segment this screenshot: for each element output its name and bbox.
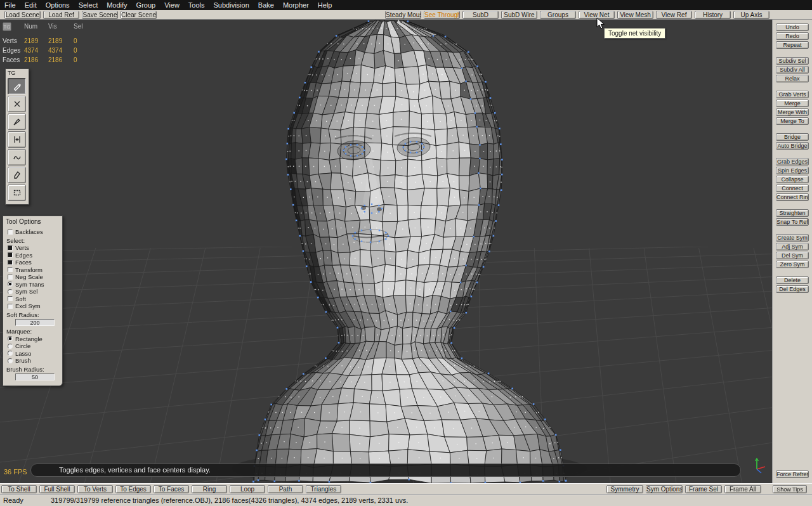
viewport-canvas[interactable]	[0, 20, 772, 483]
toolbar-button[interactable]: View Ref	[656, 11, 692, 19]
control-box[interactable]	[8, 296, 13, 301]
show-tips-button[interactable]: Show Tips	[773, 485, 807, 493]
faces-checkbox[interactable]: Faces	[6, 259, 60, 266]
neg-scale-checkbox[interactable]: Neg Scale	[6, 273, 60, 281]
brush-tool-button[interactable]	[8, 114, 26, 130]
action-button[interactable]: Spin Edges	[776, 167, 809, 174]
control-box[interactable]	[8, 275, 13, 280]
edges-checkbox[interactable]: Edges	[6, 252, 60, 259]
action-button[interactable]: Straighten	[776, 209, 809, 217]
control-box[interactable]	[8, 289, 13, 294]
action-button[interactable]: Collapse	[776, 176, 809, 183]
action-button[interactable]: Undo	[776, 23, 809, 31]
toolbar-button[interactable]: Full Shell	[39, 485, 75, 493]
toolbar-button[interactable]: Ring	[192, 485, 227, 493]
menu-item[interactable]: Tools	[184, 0, 209, 10]
toolbar-button[interactable]: Triangles	[306, 485, 341, 493]
action-button[interactable]: Bridge	[776, 133, 809, 141]
toolbar-button[interactable]: Load Ref	[43, 11, 79, 19]
lasso-radio[interactable]: Lasso	[6, 350, 60, 358]
toolbar-button[interactable]: Frame All	[724, 485, 761, 493]
toolbar-button[interactable]: To Edges	[115, 485, 151, 493]
control-box[interactable]	[8, 267, 13, 272]
toolbar-button[interactable]: Symmetry	[606, 485, 643, 493]
menu-item[interactable]: View	[160, 0, 184, 10]
action-button[interactable]: Adj Sym	[776, 243, 809, 250]
action-button[interactable]: Snap To Ref	[776, 218, 809, 226]
pen-tool-button[interactable]	[8, 167, 26, 183]
value-field[interactable]: 50	[15, 373, 55, 380]
marquee-select-tool-button[interactable]	[8, 185, 26, 201]
brush-radio[interactable]: Brush	[6, 357, 60, 365]
force-refresh-button[interactable]: Force Refresh	[776, 470, 809, 478]
action-button[interactable]: Redo	[776, 32, 809, 40]
control-box[interactable]	[8, 344, 13, 349]
action-button[interactable]: Grab Verts	[776, 91, 809, 98]
control-box[interactable]	[8, 245, 13, 250]
action-button[interactable]: Subdiv All	[776, 66, 809, 74]
draw-tool-button[interactable]	[8, 78, 26, 94]
action-button[interactable]: Auto Bridge	[776, 142, 809, 150]
toolbar-button[interactable]: To Faces	[154, 485, 189, 493]
action-button[interactable]: Merge With	[776, 108, 809, 116]
action-button[interactable]: Delete	[776, 276, 809, 284]
toolbar-button[interactable]: To Verts	[77, 485, 113, 493]
action-button[interactable]: Connect	[776, 185, 809, 192]
toolbar-button[interactable]: See Through	[424, 11, 460, 19]
viewport[interactable]	[0, 20, 772, 483]
control-box[interactable]	[8, 230, 13, 235]
action-button[interactable]: Del Edges	[776, 285, 809, 293]
toolbar-button[interactable]: Save Scene	[82, 11, 118, 19]
toolbar-button[interactable]: Up Axis	[733, 11, 769, 19]
action-button[interactable]: Create Sym	[776, 234, 809, 242]
backfaces-checkbox[interactable]: Backfaces	[6, 228, 60, 236]
action-button[interactable]: Relax	[776, 75, 809, 82]
delete-tool-button[interactable]	[8, 96, 26, 112]
action-button[interactable]: Merge To	[776, 117, 809, 125]
tool-palette-title[interactable]: TG	[6, 69, 29, 77]
action-button[interactable]: Connect Ring	[776, 193, 809, 201]
rectangle-radio[interactable]: Rectangle	[6, 335, 60, 343]
toolbar-button[interactable]: Load Scene	[4, 11, 41, 19]
toolbar-button[interactable]: SubD Wire	[501, 11, 537, 19]
control-box[interactable]	[8, 358, 13, 363]
menu-item[interactable]: Subdivision	[209, 0, 254, 10]
action-button[interactable]: Del Sym	[776, 252, 809, 259]
toolbar-button[interactable]: View Mesh	[617, 11, 653, 19]
control-box[interactable]	[8, 351, 13, 356]
tool-options-title[interactable]: Tool Options	[6, 218, 60, 225]
soft-radius-input[interactable]: 200	[6, 318, 60, 327]
toolbar-button[interactable]: Groups	[540, 11, 576, 19]
transform-checkbox[interactable]: Transform	[6, 266, 60, 274]
menu-item[interactable]: Morpher	[278, 0, 313, 10]
menu-item[interactable]: File	[0, 0, 20, 10]
control-box[interactable]	[8, 260, 13, 265]
control-box[interactable]	[8, 282, 13, 287]
menu-item[interactable]: Options	[41, 0, 74, 10]
brush-radius-input[interactable]: 50	[6, 373, 60, 381]
action-button[interactable]: Grab Edges	[776, 158, 809, 165]
action-button[interactable]: Repeat	[776, 41, 809, 49]
toolbar-button[interactable]: Steady Mouse	[385, 11, 421, 19]
toolbar-button[interactable]: Loop	[230, 485, 265, 493]
sym-trans-radio[interactable]: Sym Trans	[6, 281, 60, 289]
action-button[interactable]: Merge	[776, 100, 809, 107]
menu-item[interactable]: Help	[313, 0, 337, 10]
menu-item[interactable]: Group	[132, 0, 160, 10]
toolbar-button[interactable]: Path	[268, 485, 303, 493]
toolbar-button[interactable]: Frame Sel	[685, 485, 722, 493]
verts-checkbox[interactable]: Verts	[6, 244, 60, 252]
toolbar-button[interactable]: Clear Scene	[121, 11, 157, 19]
toolbar-button[interactable]: To Shell	[1, 485, 37, 493]
toolbar-button[interactable]: Sym Options	[646, 485, 683, 493]
menu-item[interactable]: Modify	[102, 0, 131, 10]
soft-checkbox[interactable]: Soft	[6, 295, 60, 303]
bridge-tool-button[interactable]	[8, 131, 26, 148]
action-button[interactable]: Zero Sym	[776, 261, 809, 268]
control-box[interactable]	[8, 304, 13, 309]
control-box[interactable]	[8, 336, 13, 341]
control-box[interactable]	[8, 252, 13, 257]
action-button[interactable]: Subdiv Sel	[776, 57, 809, 65]
excl-sym-checkbox[interactable]: Excl Sym	[6, 302, 60, 310]
menu-item[interactable]: Edit	[20, 0, 41, 10]
